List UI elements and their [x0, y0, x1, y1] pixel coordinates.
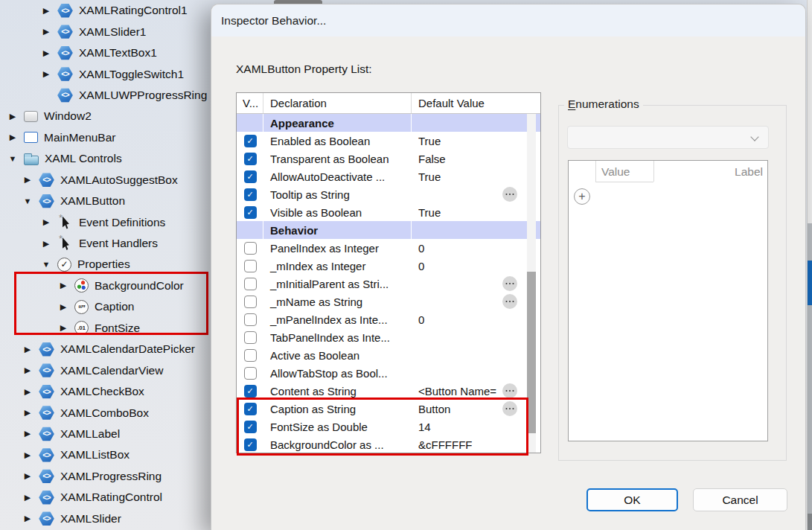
default-value-cell: True: [412, 135, 540, 147]
property-row[interactable]: Caption as StringButton: [237, 400, 540, 418]
expand-icon[interactable]: ▶: [41, 70, 51, 78]
property-row[interactable]: Enabled as BooleanTrue: [237, 132, 540, 150]
column-divider: [595, 161, 596, 182]
default-value-cell: Button: [412, 403, 540, 415]
expand-icon[interactable]: ▶: [7, 112, 18, 121]
tree-item-label: XAMLUWPProgressRing: [79, 89, 207, 102]
checked-checkbox[interactable]: [244, 421, 257, 433]
expand-icon[interactable]: ▶: [22, 430, 33, 438]
xaml-icon: [39, 490, 54, 505]
expand-icon[interactable]: ▶: [22, 514, 33, 523]
tree-item-label: Caption: [95, 300, 134, 313]
collapse-icon[interactable]: ▼: [41, 261, 51, 269]
window-right-scrollbar[interactable]: [807, 0, 812, 530]
property-row[interactable]: _mInitialParent as Stri...: [237, 275, 540, 293]
property-row[interactable]: AllowAutoDeactivate ...True: [237, 167, 540, 185]
expand-icon[interactable]: ▶: [22, 494, 33, 502]
property-table-scrollbar[interactable]: [527, 114, 536, 453]
section-row-behavior[interactable]: Behavior: [237, 221, 540, 239]
tree-item-label: XAMLComboBox: [60, 406, 149, 420]
expand-icon[interactable]: ▶: [58, 324, 68, 332]
property-row[interactable]: Tooltip as String: [237, 185, 540, 203]
tree-item-label: XAMLRatingControl: [60, 491, 162, 504]
expand-icon[interactable]: ▶: [7, 133, 18, 141]
checked-checkbox[interactable]: [244, 188, 257, 201]
expand-icon[interactable]: ▶: [41, 240, 51, 248]
ellipsis-button[interactable]: [502, 276, 517, 291]
expand-icon[interactable]: ▶: [41, 218, 51, 226]
column-header-label: Label: [735, 165, 763, 179]
unchecked-checkbox[interactable]: [244, 260, 257, 272]
property-row[interactable]: BackgroundColor as ...&cFFFFFF: [237, 435, 540, 453]
collapse-icon[interactable]: ▼: [22, 197, 33, 205]
tree-item-label: XAMLProgressRing: [60, 470, 162, 483]
checked-checkbox[interactable]: [244, 385, 257, 398]
enumerations-label-rest: numerations: [575, 98, 639, 110]
checked-checkbox[interactable]: [244, 153, 257, 165]
checked-checkbox[interactable]: [244, 170, 257, 183]
unchecked-checkbox[interactable]: [244, 331, 257, 344]
vertical-scrollbar-thumb[interactable]: [808, 261, 812, 305]
check-icon: [57, 258, 71, 272]
ellipsis-button[interactable]: [502, 294, 517, 309]
quote-icon: [74, 300, 89, 314]
property-row[interactable]: TabPanelIndex as Inte...: [237, 328, 540, 346]
property-row[interactable]: _mPanelIndex as Inte...0: [237, 310, 540, 328]
tree-item-label: XAMLCalendarView: [60, 364, 163, 377]
xaml-icon: [39, 511, 54, 526]
checked-checkbox[interactable]: [244, 135, 257, 147]
scrollbar-corner: [808, 514, 812, 530]
property-table-scrollbar-thumb[interactable]: [527, 272, 536, 433]
header-divider: [595, 182, 653, 182]
expand-icon[interactable]: ▶: [22, 176, 33, 184]
declaration-cell: Appearance: [263, 117, 412, 130]
property-row[interactable]: Transparent as BooleanFalse: [237, 150, 540, 167]
property-row[interactable]: Visible as BooleanTrue: [237, 203, 540, 221]
expand-icon[interactable]: ▶: [58, 303, 68, 311]
expand-icon[interactable]: ▶: [22, 451, 33, 459]
enumerations-dropdown[interactable]: [567, 126, 769, 149]
checked-checkbox[interactable]: [244, 206, 257, 219]
add-enumeration-button[interactable]: +: [574, 188, 590, 205]
cancel-button[interactable]: Cancel: [693, 488, 787, 511]
expand-icon[interactable]: ▶: [58, 281, 68, 290]
declaration-cell: FontSize as Double: [263, 421, 412, 433]
unchecked-checkbox[interactable]: [244, 367, 257, 380]
ellipsis-button[interactable]: [502, 383, 517, 398]
event-icon: [57, 215, 73, 230]
inspector-behavior-dialog: Inspector Behavior... XAMLButton Propert…: [211, 4, 806, 530]
unchecked-checkbox[interactable]: [244, 242, 257, 255]
unchecked-checkbox[interactable]: [244, 296, 257, 308]
property-row[interactable]: Content as String<Button Name=: [237, 382, 540, 400]
expand-icon[interactable]: ▶: [22, 409, 33, 417]
unchecked-checkbox[interactable]: [244, 313, 257, 326]
unchecked-checkbox[interactable]: [244, 278, 257, 290]
unchecked-checkbox[interactable]: [244, 349, 257, 362]
column-header-value: Value: [601, 165, 630, 179]
default-value-cell: True: [412, 170, 540, 183]
section-row-appearance[interactable]: Appearance: [237, 114, 540, 132]
ellipsis-button[interactable]: [502, 401, 517, 416]
checked-checkbox[interactable]: [244, 438, 257, 451]
ok-button[interactable]: OK: [586, 488, 678, 511]
expand-icon[interactable]: ▶: [41, 28, 51, 36]
checked-checkbox[interactable]: [244, 403, 257, 415]
expand-icon[interactable]: ▶: [22, 366, 33, 374]
property-row[interactable]: AllowTabStop as Bool...: [237, 364, 540, 382]
expand-icon[interactable]: ▶: [41, 49, 51, 57]
column-header-visible: V...: [237, 93, 263, 113]
ellipsis-button[interactable]: [502, 187, 517, 202]
property-row[interactable]: _mName as String: [237, 293, 540, 310]
checkbox-cell: [237, 421, 263, 433]
property-row[interactable]: PanelIndex as Integer0: [237, 239, 540, 257]
dialog-titlebar[interactable]: Inspector Behavior...: [211, 4, 805, 36]
expand-icon[interactable]: ▶: [41, 7, 51, 15]
declaration-cell: AllowAutoDeactivate ...: [263, 170, 412, 183]
property-row[interactable]: _mIndex as Integer0: [237, 257, 540, 275]
property-row[interactable]: FontSize as Double14: [237, 418, 540, 435]
expand-icon[interactable]: ▶: [22, 345, 33, 354]
expand-icon[interactable]: ▶: [22, 388, 33, 396]
expand-icon[interactable]: ▶: [22, 472, 33, 480]
property-row[interactable]: Active as Boolean: [237, 346, 540, 364]
collapse-icon[interactable]: ▼: [7, 155, 18, 163]
